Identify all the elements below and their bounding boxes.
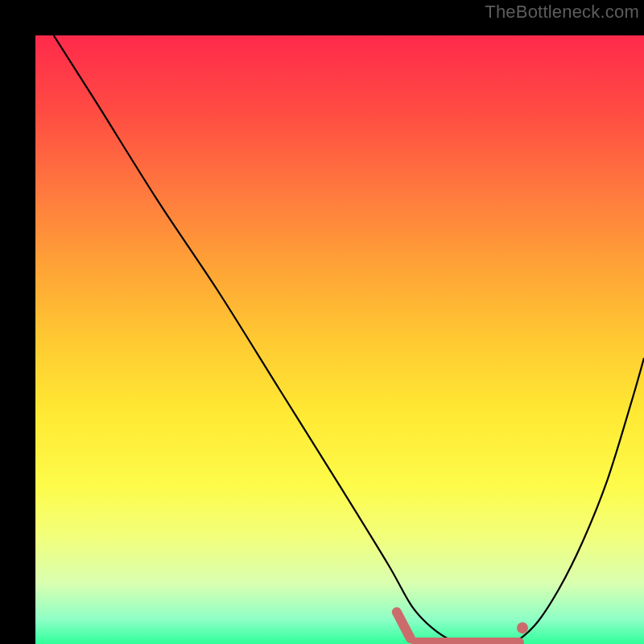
marker-end-dot-icon [517,622,528,634]
plot-area [35,35,644,644]
watermark-text: TheBottleneck.com [485,2,639,23]
chart-frame [18,18,626,626]
marker-segment-flat [411,638,524,644]
bottleneck-curve [35,35,644,644]
